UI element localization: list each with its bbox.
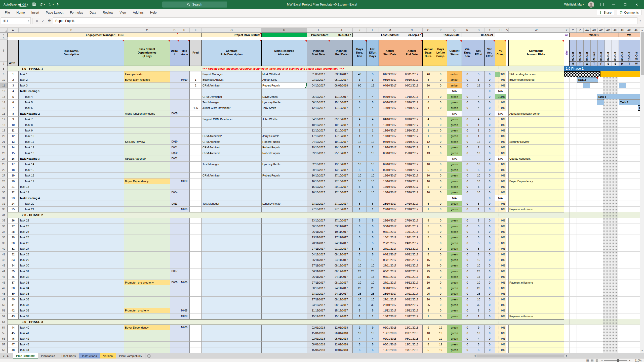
header-wbs[interactable]: WBS [8, 40, 19, 66]
cell-A26[interactable]: 18 [8, 167, 19, 173]
cell-S33[interactable]: 1 [473, 207, 485, 212]
cell-A21[interactable]: 13 [8, 139, 19, 145]
cell-G47[interactable] [202, 285, 262, 291]
cell-gantt-23[interactable] [564, 150, 640, 156]
cell-U22[interactable]: 0% [495, 145, 506, 150]
sheet-tab-planexampleonly[interactable]: PlanExampleOnly [116, 353, 145, 358]
cell-S36[interactable]: 5 [473, 223, 485, 229]
cell-D32[interactable]: D011 [170, 201, 179, 206]
cell-K37[interactable]: 5 [353, 229, 367, 235]
cell-Q26[interactable]: green [447, 167, 462, 173]
cell-F10[interactable]: 1 [190, 77, 202, 83]
cell-I19[interactable]: 12/10/2017 [307, 128, 330, 133]
cell-F41[interactable] [190, 252, 202, 257]
row-header-10[interactable]: 10 [0, 77, 8, 83]
cell-A36[interactable]: 27 [8, 223, 19, 229]
gantt-bar[interactable]: Task 5 [619, 100, 640, 105]
cell-S28[interactable]: 10 [473, 178, 485, 184]
cell-P35[interactable]: 0 [434, 218, 447, 223]
cell-V30[interactable] [506, 190, 509, 195]
cell-K27[interactable]: 10 [353, 173, 367, 178]
cell-M50[interactable]: 23/10/2017 [379, 302, 401, 308]
cell-V21[interactable] [506, 139, 509, 145]
cell-A44[interactable]: 35 [8, 268, 19, 274]
cell-H51[interactable] [262, 308, 307, 313]
cell-K14[interactable]: 6 [353, 100, 367, 105]
cell-D14[interactable] [170, 100, 179, 105]
cell-H25[interactable]: Lyndsey Kettle [262, 162, 307, 167]
cell-U55[interactable]: 0% [495, 330, 506, 336]
cell-C11[interactable] [124, 83, 170, 88]
cell-H26[interactable] [262, 167, 307, 173]
cell-Q23[interactable]: green [447, 150, 462, 156]
cell-Q38[interactable]: green [447, 235, 462, 240]
cell-K44[interactable]: 25 [353, 268, 367, 274]
cell-K58[interactable]: 5 [353, 347, 367, 353]
cell-V20[interactable] [506, 133, 509, 139]
cell-D50[interactable] [170, 302, 179, 308]
cell-C44[interactable] [124, 268, 170, 274]
cell-L21[interactable]: 12 [367, 139, 379, 145]
cell-D38[interactable] [170, 235, 179, 240]
cell-G58[interactable] [202, 347, 262, 353]
col-header-AB[interactable]: AB [591, 28, 598, 32]
cell-W11[interactable] [509, 83, 564, 88]
cell-P30[interactable]: 0 [434, 190, 447, 195]
cell-gantt-18[interactable] [564, 122, 640, 128]
cell-E58[interactable] [179, 347, 190, 353]
row-header-23[interactable]: 23 [0, 150, 8, 156]
zoom-percent[interactable]: 110% [633, 359, 641, 362]
cell-N48[interactable]: 24/11/2017 [401, 291, 423, 297]
cell-W25[interactable] [509, 162, 564, 167]
cell-Q45[interactable]: green [447, 274, 462, 280]
cell-U43[interactable]: 0% [495, 263, 506, 268]
cell-N12[interactable] [401, 88, 423, 94]
cell-D24[interactable]: D002 [170, 156, 179, 161]
cell-B38[interactable]: Task 25 [19, 235, 124, 240]
cell-M55[interactable]: 15/01/2018 [379, 330, 401, 336]
cell-K45[interactable]: 15 [353, 274, 367, 280]
cell-gantt-45[interactable] [564, 274, 640, 280]
cell-P14[interactable]: 0 [434, 100, 447, 105]
cell-V32[interactable] [506, 201, 509, 206]
cell-O50[interactable]: 35 [423, 302, 434, 308]
cell-I38[interactable]: 13/11/2017 [307, 235, 330, 240]
cell-V45[interactable] [506, 274, 509, 280]
cell-F55[interactable] [190, 330, 202, 336]
cell-H12[interactable] [262, 88, 307, 94]
cell-M31[interactable] [379, 195, 401, 201]
cell-Q44[interactable]: green [447, 268, 462, 274]
cell-M37[interactable]: 06/11/2017 [379, 229, 401, 235]
name-box-dropdown-icon[interactable]: ▾ [28, 20, 29, 22]
cell-R31[interactable] [462, 195, 473, 201]
row-header-50[interactable]: 50 [0, 302, 8, 308]
cell-G26[interactable] [202, 167, 262, 173]
cell-D49[interactable] [170, 297, 179, 302]
cell-C10[interactable]: Buyer team required [124, 77, 170, 83]
cell-P16[interactable] [434, 111, 447, 116]
cell-I23[interactable]: 09/10/2017 [307, 150, 330, 156]
cell-H46[interactable] [262, 280, 307, 285]
cell-K16[interactable] [353, 111, 367, 116]
cell-R28[interactable]: 0 [462, 178, 473, 184]
cell-E57[interactable] [179, 342, 190, 347]
cell-D30[interactable]: D004 [170, 190, 179, 195]
cell-P31[interactable] [434, 195, 447, 201]
cell-U32[interactable]: 0% [495, 201, 506, 206]
cell-L10[interactable]: 3 [367, 77, 379, 83]
cell-E54[interactable]: M080 [179, 325, 190, 330]
cell-V17[interactable] [506, 117, 509, 122]
gantt-date-header[interactable]: 08-OctS [612, 40, 619, 66]
cell-J18[interactable]: 10/10/2017 [330, 122, 353, 128]
cell-U37[interactable]: 0% [495, 229, 506, 235]
cell-J10[interactable]: 05/10/2017 [330, 77, 353, 83]
cell-K19[interactable]: 1 [353, 128, 367, 133]
todays-date-value-cell[interactable]: 10-Apr-21 [462, 33, 495, 37]
cell-W40[interactable] [509, 246, 564, 252]
cell-U11[interactable]: 0% [495, 83, 506, 88]
cell-F29[interactable] [190, 184, 202, 190]
cell-A25[interactable]: 17 [8, 162, 19, 167]
cell-F48[interactable] [190, 291, 202, 297]
cell-A24[interactable]: 16 [8, 156, 19, 161]
cell-K32[interactable]: 5 [353, 201, 367, 206]
